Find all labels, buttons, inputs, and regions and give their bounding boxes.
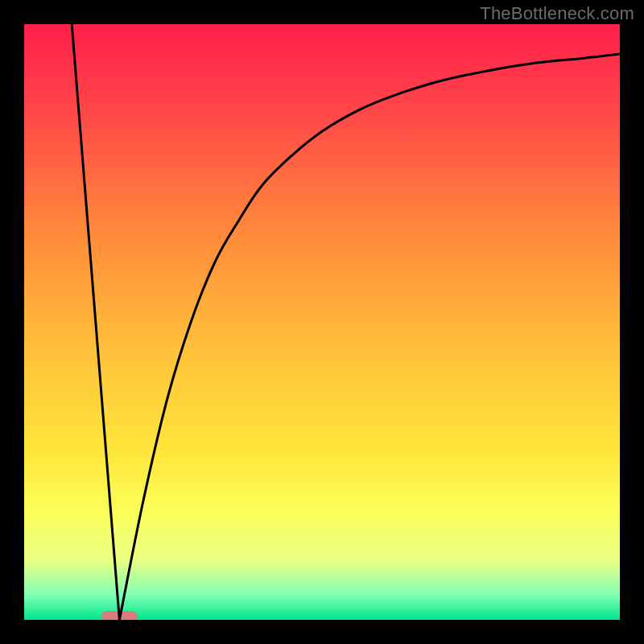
plot-area xyxy=(24,24,620,620)
chart-frame: TheBottleneck.com xyxy=(0,0,644,644)
watermark-text: TheBottleneck.com xyxy=(480,3,634,24)
chart-svg xyxy=(24,24,620,620)
